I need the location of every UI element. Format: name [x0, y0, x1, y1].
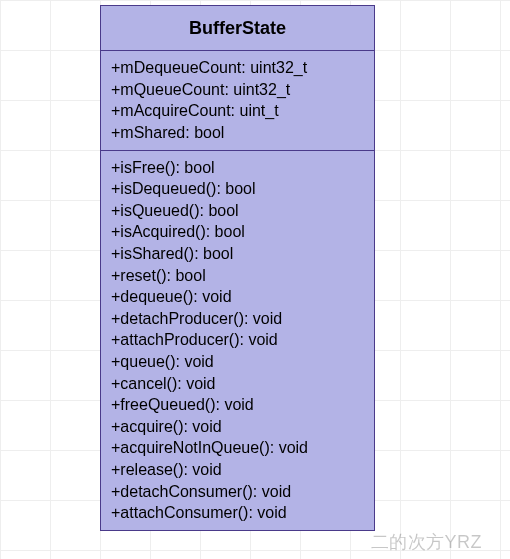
uml-operation: +queue(): void: [111, 351, 364, 373]
uml-operation: +isQueued(): bool: [111, 200, 364, 222]
uml-operation: +reset(): bool: [111, 265, 364, 287]
uml-operations-section: +isFree(): bool +isDequeued(): bool +isQ…: [101, 150, 374, 530]
uml-operation: +acquire(): void: [111, 416, 364, 438]
uml-attributes-section: +mDequeueCount: uint32_t +mQueueCount: u…: [101, 50, 374, 149]
uml-operation: +isAcquired(): bool: [111, 221, 364, 243]
uml-operation: +acquireNotInQueue(): void: [111, 437, 364, 459]
uml-operation: +dequeue(): void: [111, 286, 364, 308]
uml-attribute: +mDequeueCount: uint32_t: [111, 57, 364, 79]
uml-operation: +freeQueued(): void: [111, 394, 364, 416]
uml-operation: +isFree(): bool: [111, 157, 364, 179]
watermark-text: 二的次方YRZ: [371, 530, 483, 554]
uml-operation: +release(): void: [111, 459, 364, 481]
uml-operation: +detachConsumer(): void: [111, 481, 364, 503]
uml-class-name: BufferState: [101, 6, 374, 50]
uml-class-box: BufferState +mDequeueCount: uint32_t +mQ…: [100, 5, 375, 531]
uml-attribute: +mAcquireCount: uint_t: [111, 100, 364, 122]
uml-operation: +isShared(): bool: [111, 243, 364, 265]
uml-attribute: +mQueueCount: uint32_t: [111, 79, 364, 101]
uml-operation: +detachProducer(): void: [111, 308, 364, 330]
uml-operation: +attachConsumer(): void: [111, 502, 364, 524]
uml-operation: +attachProducer(): void: [111, 329, 364, 351]
uml-operation: +cancel(): void: [111, 373, 364, 395]
uml-attribute: +mShared: bool: [111, 122, 364, 144]
uml-operation: +isDequeued(): bool: [111, 178, 364, 200]
